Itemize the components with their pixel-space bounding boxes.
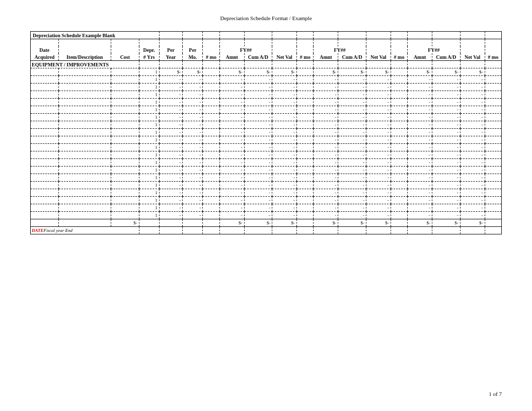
- cell: -: [408, 76, 432, 84]
- cell: -: [432, 84, 461, 91]
- cell: -: [219, 204, 244, 212]
- cell: [485, 204, 501, 212]
- cell: [111, 204, 139, 212]
- cell: -: [432, 159, 461, 167]
- table-row: 1-----------: [31, 144, 502, 151]
- cell: [31, 99, 59, 106]
- cell: [485, 151, 501, 159]
- cell: [485, 91, 501, 99]
- cell: -: [460, 106, 485, 114]
- cell: [391, 204, 407, 212]
- table-row: 1-----------: [31, 114, 502, 121]
- cell: 1: [139, 144, 159, 151]
- cell: [31, 212, 59, 219]
- cell: 1: [139, 68, 159, 76]
- cell: -: [314, 144, 338, 151]
- table-row: 1-----------: [31, 99, 502, 106]
- cell: -: [432, 204, 461, 212]
- cell: -: [314, 121, 338, 129]
- cell: -: [219, 106, 244, 114]
- cell: -: [408, 151, 432, 159]
- cell: [391, 197, 407, 204]
- cell: -: [408, 197, 432, 204]
- cell: [58, 114, 111, 121]
- cell: -: [219, 151, 244, 159]
- hdr-net1: Net Val: [272, 53, 297, 61]
- cell: [111, 197, 139, 204]
- total-net2: $-: [366, 219, 391, 227]
- cell: -: [432, 167, 461, 174]
- cell: -: [314, 136, 338, 144]
- cell: [58, 84, 111, 91]
- cell: [485, 121, 501, 129]
- cell: [203, 212, 219, 219]
- cell: -: [219, 91, 244, 99]
- cell: -: [408, 99, 432, 106]
- cell: [31, 129, 59, 136]
- cell: [297, 136, 314, 144]
- cell: 1: [139, 151, 159, 159]
- cell: -: [408, 189, 432, 197]
- cell: [297, 68, 314, 76]
- cell: [31, 167, 59, 174]
- page-title: Depreciation Schedule Format / Example: [0, 0, 532, 31]
- cell: $-: [314, 68, 338, 76]
- cell: -: [460, 204, 485, 212]
- cell: [485, 159, 501, 167]
- cell: -: [408, 136, 432, 144]
- gap-row: [31, 39, 502, 47]
- cell: [391, 99, 407, 106]
- cell: 1: [139, 212, 159, 219]
- cell: [485, 136, 501, 144]
- cell: -: [219, 189, 244, 197]
- cell: [391, 174, 407, 182]
- cell: 1: [139, 84, 159, 91]
- table-row: 1-----------: [31, 204, 502, 212]
- cell: -: [183, 114, 203, 121]
- cell: 1: [139, 136, 159, 144]
- cell: -: [183, 84, 203, 91]
- cell: -: [366, 174, 391, 182]
- cell: [485, 68, 501, 76]
- cell: [58, 76, 111, 84]
- cell: [31, 189, 59, 197]
- cell: [485, 76, 501, 84]
- cell: [203, 76, 219, 84]
- cell: [111, 91, 139, 99]
- hdr-net3: Net Val: [460, 53, 485, 61]
- cell: -: [366, 151, 391, 159]
- cell: -: [272, 151, 297, 159]
- cell: 1: [139, 99, 159, 106]
- cell: -: [183, 197, 203, 204]
- cell: -: [159, 167, 183, 174]
- cell: [391, 189, 407, 197]
- cell: [391, 76, 407, 84]
- cell: -: [460, 76, 485, 84]
- cell: -: [338, 197, 366, 204]
- cell: [58, 159, 111, 167]
- cell: -: [338, 121, 366, 129]
- cell: [485, 182, 501, 189]
- total-cum1: $-: [244, 219, 272, 227]
- cell: -: [272, 189, 297, 197]
- cell: [485, 84, 501, 91]
- cell: $-: [460, 68, 485, 76]
- cell: [31, 204, 59, 212]
- cell: -: [338, 167, 366, 174]
- hdr-fy3: FY##: [408, 46, 460, 53]
- cell: [203, 84, 219, 91]
- cell: -: [183, 167, 203, 174]
- cell: [111, 174, 139, 182]
- cell: -: [183, 129, 203, 136]
- cell: -: [314, 204, 338, 212]
- cell: -: [314, 167, 338, 174]
- cell: [111, 167, 139, 174]
- cell: [485, 174, 501, 182]
- hdr-fy1: FY##: [219, 46, 272, 53]
- cell: -: [408, 84, 432, 91]
- hdr-mo: Mo.: [183, 53, 203, 61]
- cell: -: [460, 159, 485, 167]
- hdr-net2: Net Val: [366, 53, 391, 61]
- cell: -: [244, 121, 272, 129]
- cell: -: [432, 212, 461, 219]
